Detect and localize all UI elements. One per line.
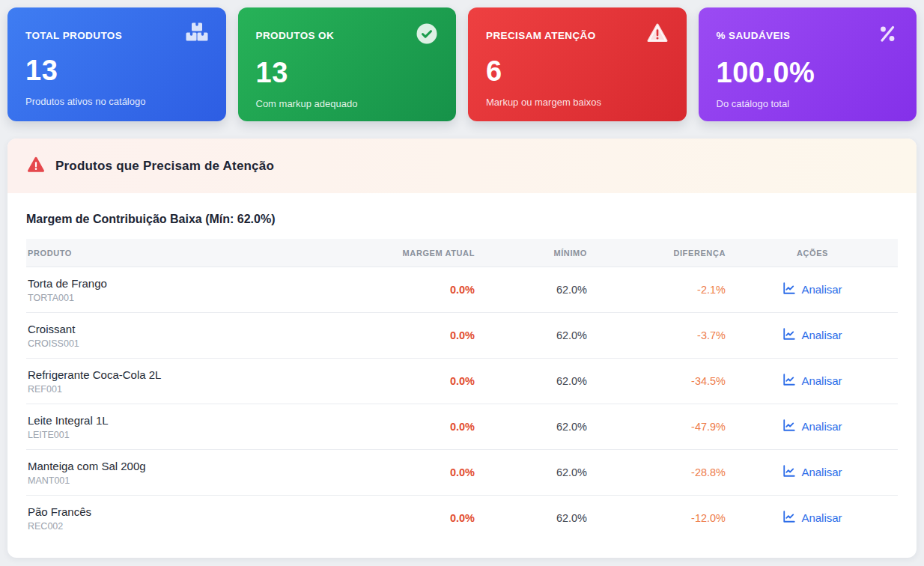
- table-row: Croissant CROISS001 0.0% 62.0% -3.7% Ana…: [26, 313, 898, 359]
- column-header-minimo: MÍNIMO: [476, 239, 589, 267]
- margin-difference-value: -3.7%: [589, 313, 727, 359]
- product-name: Manteiga com Sal 200g: [28, 460, 385, 472]
- table-row: Torta de Frango TORTA001 0.0% 62.0% -2.1…: [26, 267, 898, 313]
- table-row: Manteiga com Sal 200g MANT001 0.0% 62.0%…: [26, 450, 898, 496]
- stat-card-subtitle: Com markup adequado: [256, 98, 439, 109]
- margin-minimum-value: 62.0%: [476, 404, 589, 450]
- product-code: REC002: [28, 521, 385, 532]
- column-header-margem-atual: MARGEM ATUAL: [386, 239, 476, 267]
- analyze-button-label: Analisar: [801, 420, 842, 433]
- column-header-acoes: AÇÕES: [727, 239, 898, 267]
- margin-minimum-value: 62.0%: [476, 450, 589, 496]
- margin-current-value: 0.0%: [386, 450, 476, 496]
- stat-card-value: 13: [256, 57, 439, 89]
- chart-line-icon: [782, 464, 796, 480]
- product-name: Refrigerante Coca-Cola 2L: [28, 368, 385, 381]
- analyze-button-label: Analisar: [801, 511, 842, 524]
- table-row: Refrigerante Coca-Cola 2L REF001 0.0% 62…: [26, 359, 898, 404]
- product-code: REF001: [28, 384, 385, 395]
- product-code: CROISS001: [28, 338, 385, 349]
- stat-card-total-produtos: TOTAL PRODUTOS 13 Produtos ativos no cat…: [7, 7, 226, 121]
- analyze-button[interactable]: Analisar: [782, 510, 842, 526]
- chart-line-icon: [782, 282, 796, 297]
- stat-card-subtitle: Produtos ativos no catálogo: [25, 96, 208, 107]
- warning-triangle-icon: [27, 156, 45, 176]
- analyze-button[interactable]: Analisar: [782, 419, 842, 434]
- margin-current-value: 0.0%: [386, 496, 476, 541]
- chart-line-icon: [782, 373, 796, 389]
- stat-card-value: 6: [486, 55, 669, 88]
- chart-line-icon: [782, 419, 796, 434]
- margin-current-value: 0.0%: [386, 359, 476, 404]
- margin-minimum-value: 62.0%: [476, 496, 589, 541]
- check-circle-icon: [416, 22, 438, 48]
- analyze-button-label: Analisar: [801, 374, 842, 387]
- product-name: Torta de Frango: [28, 277, 385, 290]
- product-name: Leite Integral 1L: [28, 414, 385, 427]
- stat-card-title: PRECISAM ATENÇÃO: [486, 21, 596, 41]
- margin-current-value: 0.0%: [386, 404, 476, 450]
- analyze-button-label: Analisar: [801, 466, 842, 478]
- product-code: LEITE001: [28, 430, 385, 440]
- chart-line-icon: [782, 510, 796, 526]
- table-header-row: PRODUTO MARGEM ATUAL MÍNIMO DIFERENÇA AÇ…: [26, 239, 898, 267]
- low-margin-table: PRODUTO MARGEM ATUAL MÍNIMO DIFERENÇA AÇ…: [26, 239, 898, 541]
- stat-card-value: 13: [25, 55, 208, 87]
- attention-panel-title: Produtos que Precisam de Atenção: [55, 159, 274, 174]
- stat-card-value: 100.0%: [717, 57, 899, 89]
- stat-card-subtitle: Markup ou margem baixos: [486, 97, 669, 108]
- margin-difference-value: -28.8%: [589, 450, 727, 496]
- stat-card-subtitle: Do catálogo total: [717, 98, 899, 109]
- analyze-button-label: Analisar: [801, 283, 842, 296]
- stat-card-title: PRODUTOS OK: [256, 21, 335, 41]
- stat-cards-row: TOTAL PRODUTOS 13 Produtos ativos no cat…: [0, 0, 924, 121]
- analyze-button[interactable]: Analisar: [782, 464, 842, 480]
- analyze-button[interactable]: Analisar: [782, 282, 842, 297]
- boxes-icon: [186, 22, 208, 46]
- margin-difference-value: -47.9%: [589, 404, 727, 450]
- stat-card-saudaveis: % SAUDÁVEIS 100.0% Do catálogo total: [699, 7, 917, 121]
- attention-panel: Produtos que Precisam de Atenção Margem …: [7, 139, 917, 558]
- margin-minimum-value: 62.0%: [476, 313, 589, 359]
- margin-difference-value: -12.0%: [589, 496, 727, 541]
- stat-card-produtos-ok: PRODUTOS OK 13 Com markup adequado: [238, 7, 457, 121]
- stat-card-precisam-atencao: PRECISAM ATENÇÃO 6 Markup ou margem baix…: [468, 7, 687, 121]
- analyze-button[interactable]: Analisar: [782, 373, 842, 389]
- table-row: Leite Integral 1L LEITE001 0.0% 62.0% -4…: [26, 404, 898, 450]
- margin-current-value: 0.0%: [386, 313, 476, 359]
- margin-minimum-value: 62.0%: [476, 267, 589, 313]
- chart-line-icon: [782, 327, 796, 343]
- warning-triangle-icon: [646, 22, 669, 46]
- margin-minimum-value: 62.0%: [476, 359, 589, 404]
- margin-difference-value: -34.5%: [589, 359, 727, 404]
- attention-panel-header: Produtos que Precisam de Atenção: [7, 139, 917, 193]
- product-code: TORTA001: [28, 293, 385, 303]
- margin-difference-value: -2.1%: [589, 267, 727, 313]
- product-name: Croissant: [28, 323, 385, 335]
- product-code: MANT001: [28, 475, 385, 486]
- stat-card-title: TOTAL PRODUTOS: [25, 21, 122, 41]
- margin-current-value: 0.0%: [386, 267, 476, 313]
- table-row: Pão Francês REC002 0.0% 62.0% -12.0% Ana…: [26, 496, 898, 541]
- analyze-button[interactable]: Analisar: [782, 327, 842, 343]
- column-header-diferenca: DIFERENÇA: [589, 239, 727, 267]
- column-header-produto: PRODUTO: [26, 239, 386, 267]
- percent-icon: [876, 22, 899, 48]
- product-name: Pão Francês: [28, 505, 385, 518]
- stat-card-title: % SAUDÁVEIS: [717, 21, 791, 41]
- low-margin-section-title: Margem de Contribuição Baixa (Mín: 62.0%…: [26, 213, 898, 226]
- analyze-button-label: Analisar: [801, 329, 842, 341]
